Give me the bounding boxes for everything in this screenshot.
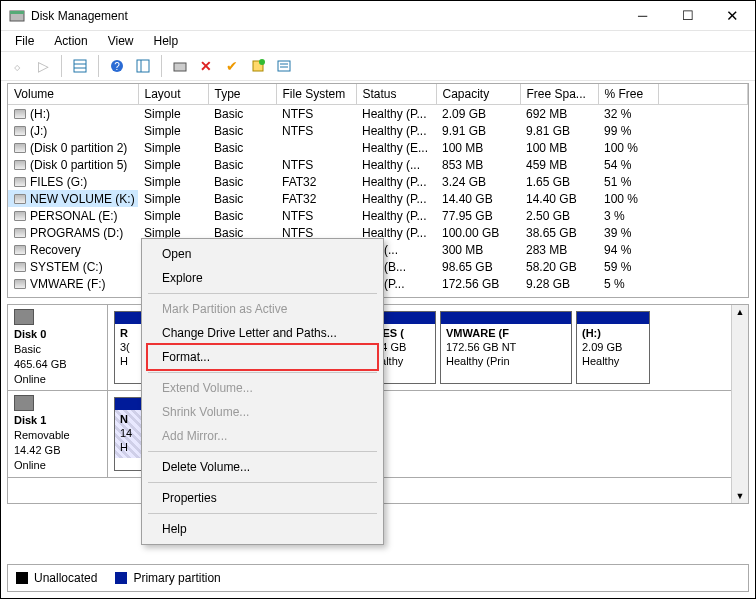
window-title: Disk Management — [31, 9, 620, 23]
ctx-mirror[interactable]: Add Mirror... — [144, 424, 381, 448]
table-row[interactable]: NEW VOLUME (K:)SimpleBasicFAT32Healthy (… — [8, 190, 748, 207]
menu-view[interactable]: View — [100, 32, 142, 50]
volume-icon — [14, 126, 26, 136]
col-pct[interactable]: % Free — [598, 84, 658, 105]
menu-action[interactable]: Action — [46, 32, 95, 50]
svg-rect-2 — [74, 60, 86, 72]
new-button[interactable] — [246, 54, 270, 78]
table-row[interactable]: (H:)SimpleBasicNTFSHealthy (P...2.09 GB6… — [8, 105, 748, 123]
menu-help[interactable]: Help — [146, 32, 187, 50]
volume-icon — [14, 211, 26, 221]
svg-rect-1 — [10, 11, 24, 14]
col-fs[interactable]: File System — [276, 84, 356, 105]
table-row[interactable]: PERSONAL (E:)SimpleBasicNTFSHealthy (P..… — [8, 207, 748, 224]
volume-icon — [14, 262, 26, 272]
ctx-extend[interactable]: Extend Volume... — [144, 376, 381, 400]
volume-icon — [14, 109, 26, 119]
col-layout[interactable]: Layout — [138, 84, 208, 105]
ctx-mark-active[interactable]: Mark Partition as Active — [144, 297, 381, 321]
ctx-explore[interactable]: Explore — [144, 266, 381, 290]
col-capacity[interactable]: Capacity — [436, 84, 520, 105]
col-type[interactable]: Type — [208, 84, 276, 105]
col-spare — [658, 84, 748, 105]
partition[interactable]: N14H — [114, 397, 142, 470]
ctx-separator — [148, 293, 377, 294]
disk-icon — [14, 309, 34, 325]
col-volume[interactable]: Volume — [8, 84, 138, 105]
ctx-shrink[interactable]: Shrink Volume... — [144, 400, 381, 424]
legend-primary: Primary partition — [115, 571, 220, 585]
menu-file[interactable]: File — [7, 32, 42, 50]
svg-rect-12 — [278, 61, 290, 71]
volume-icon — [14, 143, 26, 153]
partition[interactable]: (H:)2.09 GBHealthy — [576, 311, 650, 384]
table-row[interactable]: FILES (G:)SimpleBasicFAT32Healthy (P...3… — [8, 173, 748, 190]
disk-icon — [14, 395, 34, 411]
back-button[interactable]: ⬦ — [5, 54, 29, 78]
app-icon — [9, 8, 25, 24]
toolbar-separator — [61, 55, 62, 77]
table-row[interactable]: (Disk 0 partition 5)SimpleBasicNTFSHealt… — [8, 156, 748, 173]
ctx-properties[interactable]: Properties — [144, 486, 381, 510]
properties-button[interactable] — [272, 54, 296, 78]
disk-label[interactable]: Disk 0Basic465.64 GBOnline — [8, 305, 108, 390]
col-free[interactable]: Free Spa... — [520, 84, 598, 105]
legend-unallocated: Unallocated — [16, 571, 97, 585]
disk-label[interactable]: Disk 1Removable14.42 GBOnline — [8, 391, 108, 476]
ctx-format[interactable]: Format... — [146, 343, 379, 371]
svg-rect-9 — [174, 63, 186, 71]
svg-text:?: ? — [114, 61, 120, 72]
ctx-separator — [148, 451, 377, 452]
ctx-separator — [148, 482, 377, 483]
minimize-button[interactable]: ─ — [620, 1, 665, 30]
help-button[interactable]: ? — [105, 54, 129, 78]
check-button[interactable]: ✔ — [220, 54, 244, 78]
volume-icon — [14, 228, 26, 238]
ctx-separator — [148, 372, 377, 373]
ctx-separator — [148, 513, 377, 514]
maximize-button[interactable]: ☐ — [665, 1, 710, 30]
toolbar-separator — [161, 55, 162, 77]
volume-icon — [14, 245, 26, 255]
volume-icon — [14, 279, 26, 289]
delete-button[interactable]: ✕ — [194, 54, 218, 78]
forward-button[interactable]: ▷ — [31, 54, 55, 78]
ctx-change-letter[interactable]: Change Drive Letter and Paths... — [144, 321, 381, 345]
list-view-button[interactable] — [68, 54, 92, 78]
scrollbar[interactable]: ▲▼ — [731, 305, 748, 503]
table-row[interactable]: (J:)SimpleBasicNTFSHealthy (P...9.91 GB9… — [8, 122, 748, 139]
volume-icon — [14, 160, 26, 170]
col-status[interactable]: Status — [356, 84, 436, 105]
toolbar: ⬦ ▷ ? ✕ ✔ — [1, 51, 755, 81]
partition[interactable]: R3(H — [114, 311, 142, 384]
legend: Unallocated Primary partition — [7, 564, 749, 592]
titlebar: Disk Management ─ ☐ ✕ — [1, 1, 755, 31]
ctx-help[interactable]: Help — [144, 517, 381, 541]
table-row[interactable]: (Disk 0 partition 2)SimpleBasicHealthy (… — [8, 139, 748, 156]
svg-point-11 — [259, 59, 265, 65]
volume-icon — [14, 177, 26, 187]
close-button[interactable]: ✕ — [710, 1, 755, 30]
volume-icon — [14, 194, 26, 204]
refresh-button[interactable] — [168, 54, 192, 78]
menubar: File Action View Help — [1, 31, 755, 51]
context-menu: Open Explore Mark Partition as Active Ch… — [141, 238, 384, 545]
toolbar-separator — [98, 55, 99, 77]
settings-button[interactable] — [131, 54, 155, 78]
partition[interactable]: VMWARE (F172.56 GB NTHealthy (Prin — [440, 311, 572, 384]
svg-rect-7 — [137, 60, 149, 72]
ctx-delete[interactable]: Delete Volume... — [144, 455, 381, 479]
ctx-open[interactable]: Open — [144, 242, 381, 266]
